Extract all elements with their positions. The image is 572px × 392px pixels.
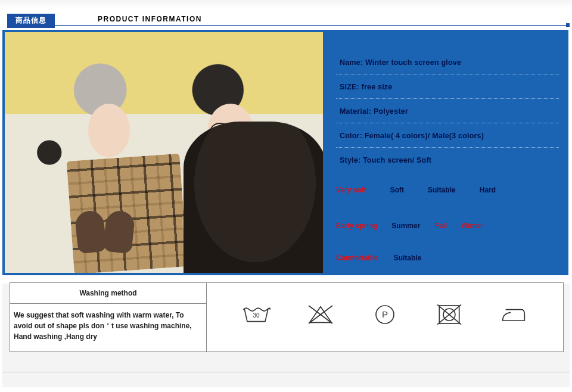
glove-male-right	[217, 183, 265, 238]
softness-soft: Soft	[390, 186, 404, 194]
model-face-left	[88, 104, 130, 157]
softness-scale: Very soft Soft Suitable Hard	[336, 186, 545, 194]
model-face-right	[207, 104, 254, 158]
svg-text:30: 30	[253, 312, 260, 319]
page-top-fade	[0, 0, 572, 8]
product-photo	[5, 32, 323, 273]
season-summer: Summer	[391, 222, 420, 230]
dry-clean-p-icon: P	[370, 303, 400, 326]
glove-female-left	[74, 210, 107, 254]
season-winter: Winter	[461, 222, 483, 230]
spec-style: Style: Touch screen/ Soft	[336, 148, 559, 172]
glasses-icon	[210, 123, 253, 133]
spec-name: Name: Winter touch screen glove	[336, 41, 559, 74]
bottom-rule	[2, 372, 570, 372]
softness-suitable: Suitable	[428, 186, 456, 194]
header-tab-cn: 商品信息	[7, 14, 55, 28]
wash-30-icon: 30	[241, 303, 271, 326]
comfort-suitable: Suitable	[394, 254, 422, 262]
comfort-comfortable: Comfortable	[336, 254, 378, 262]
season-fall: Fall	[434, 222, 447, 230]
spec-list: Name: Winter touch screen glove SIZE: fr…	[336, 41, 559, 172]
softness-hard: Hard	[480, 186, 496, 194]
header-title-en: PRODUCT INFORMATION	[98, 15, 202, 23]
glove-female-right	[102, 210, 135, 254]
washing-method-header: Washing method	[10, 283, 207, 304]
care-icon-row: 30 P	[207, 294, 563, 335]
glove-male-left	[178, 201, 225, 256]
do-not-tumble-dry-icon	[434, 303, 464, 326]
comfort-scale: Comfortable Suitable	[336, 254, 545, 262]
care-icons-cell: 30 P	[207, 283, 564, 352]
washing-method-body: We suggest that soft washing with warm w…	[10, 304, 207, 352]
do-not-bleach-icon	[306, 303, 335, 326]
washing-table: Washing method 30	[10, 282, 564, 352]
section-header: 商品信息 PRODUCT INFORMATION	[7, 14, 570, 26]
svg-text:P: P	[382, 309, 388, 319]
spec-color: Color: Female( 4 colors)/ Male(3 colors)	[336, 123, 559, 148]
season-scale: Early spring Summer Fall Winter	[336, 222, 545, 230]
spec-material: Material: Polyester	[336, 99, 559, 123]
season-early-spring: Early spring	[336, 222, 377, 230]
product-info-panel: Name: Winter touch screen glove SIZE: fr…	[2, 30, 568, 275]
iron-icon	[499, 303, 529, 326]
softness-very-soft: Very soft	[336, 186, 366, 194]
spec-size: SIZE: free size	[336, 74, 559, 99]
